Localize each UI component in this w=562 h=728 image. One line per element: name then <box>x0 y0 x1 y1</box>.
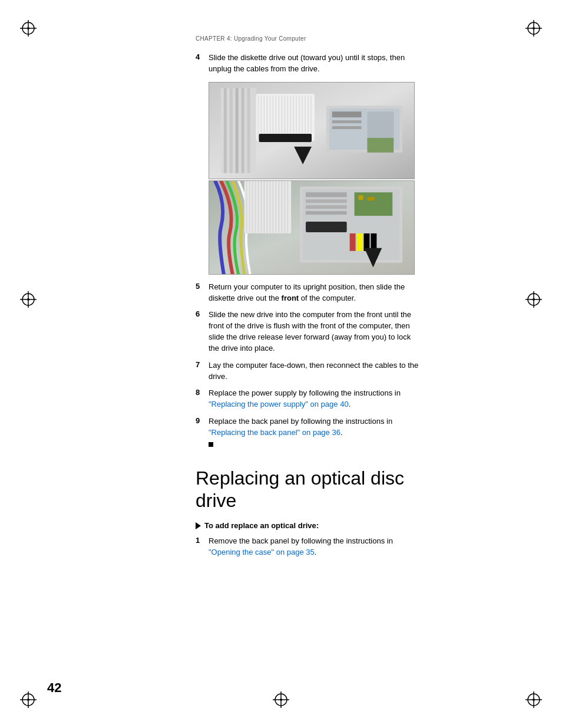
sub-step-1-text: Remove the back panel by following the i… <box>209 536 419 558</box>
step-4-image-top-svg <box>209 82 414 179</box>
svg-rect-38 <box>260 95 262 139</box>
step-4-number: 4 <box>196 52 209 61</box>
svg-rect-54 <box>308 95 309 139</box>
svg-rect-55 <box>310 95 312 139</box>
svg-rect-69 <box>252 180 253 233</box>
step-6: 6 Slide the new drive into the computer … <box>196 309 419 354</box>
step-4-image-bottom <box>209 180 415 275</box>
svg-rect-87 <box>306 211 347 215</box>
step-6-number: 6 <box>196 309 209 318</box>
svg-rect-80 <box>284 180 285 233</box>
step-5-number: 5 <box>196 282 209 291</box>
step-4-image-bottom-svg <box>209 180 414 275</box>
svg-rect-40 <box>266 95 267 139</box>
registration-mark-br <box>523 689 544 710</box>
procedure-header: To add replace an optical drive: <box>196 521 419 530</box>
svg-rect-93 <box>357 233 363 251</box>
svg-rect-90 <box>367 197 374 200</box>
svg-rect-86 <box>306 205 347 209</box>
svg-point-7 <box>533 27 535 29</box>
section-title: Replacing an optical disc drive <box>196 467 419 512</box>
svg-rect-41 <box>269 95 270 139</box>
svg-rect-51 <box>299 95 300 139</box>
svg-rect-49 <box>293 95 294 139</box>
step-7-text: Lay the computer face-down, then reconne… <box>209 360 419 383</box>
svg-point-11 <box>27 298 29 301</box>
svg-rect-53 <box>305 95 306 139</box>
svg-rect-59 <box>332 111 362 117</box>
svg-rect-79 <box>281 180 282 233</box>
step-9-link[interactable]: "Replacing the back panel" on page 36 <box>209 428 340 437</box>
step-8-text: Replace the power supply by following th… <box>209 388 419 410</box>
step-4-image-top <box>209 82 415 179</box>
step-8-number: 8 <box>196 388 209 397</box>
registration-mark-tl <box>18 18 39 39</box>
svg-rect-46 <box>284 95 285 139</box>
svg-point-23 <box>280 699 282 701</box>
step-7: 7 Lay the computer face-down, then recon… <box>196 360 419 383</box>
svg-rect-31 <box>224 88 227 173</box>
svg-rect-91 <box>306 222 347 232</box>
svg-point-15 <box>533 298 535 301</box>
svg-rect-72 <box>260 180 262 233</box>
svg-rect-37 <box>258 95 259 139</box>
svg-point-27 <box>533 699 535 701</box>
svg-rect-45 <box>281 95 282 139</box>
registration-mark-bc <box>270 689 292 710</box>
svg-rect-75 <box>269 180 270 233</box>
svg-rect-67 <box>246 180 247 233</box>
svg-rect-56 <box>259 134 312 142</box>
registration-mark-tr <box>523 18 544 39</box>
svg-rect-68 <box>249 180 250 233</box>
page-number: 42 <box>47 680 61 696</box>
step-9: 9 Replace the back panel by following th… <box>196 416 419 450</box>
svg-rect-35 <box>247 88 250 173</box>
sub-step-1-link[interactable]: "Opening the case" on page 35 <box>209 548 315 556</box>
step-8: 8 Replace the power supply by following … <box>196 388 419 410</box>
step-9-text: Replace the back panel by following the … <box>209 416 419 450</box>
step-6-text: Slide the new drive into the computer fr… <box>209 309 419 354</box>
svg-rect-63 <box>367 138 394 153</box>
svg-point-3 <box>27 27 29 29</box>
svg-rect-42 <box>272 95 273 139</box>
svg-rect-61 <box>332 126 362 129</box>
svg-rect-33 <box>236 88 239 173</box>
svg-rect-48 <box>290 95 291 139</box>
svg-rect-47 <box>287 95 288 139</box>
procedure-arrow-icon <box>196 522 201 529</box>
sub-step-1: 1 Remove the back panel by following the… <box>196 536 419 558</box>
svg-rect-73 <box>263 180 265 233</box>
step-7-number: 7 <box>196 360 209 369</box>
step-4-text: Slide the diskette drive out (toward you… <box>209 52 419 75</box>
svg-rect-77 <box>275 180 276 233</box>
procedure-label: To add replace an optical drive: <box>204 521 319 530</box>
svg-rect-89 <box>359 195 363 200</box>
svg-rect-78 <box>278 180 279 233</box>
registration-mark-bl <box>18 689 39 710</box>
svg-rect-76 <box>272 180 273 233</box>
svg-point-19 <box>27 699 29 701</box>
registration-mark-mr <box>523 289 544 310</box>
step-4-images <box>209 82 415 275</box>
page-content: CHAPTER 4: Upgrading Your Computer 4 Sli… <box>196 35 419 564</box>
svg-rect-84 <box>306 192 347 197</box>
svg-rect-44 <box>278 95 279 139</box>
step-8-link[interactable]: "Replacing the power supply" on page 40 <box>209 400 349 409</box>
svg-rect-81 <box>287 180 288 233</box>
svg-rect-39 <box>263 95 265 139</box>
sub-step-1-number: 1 <box>196 536 209 545</box>
step-4: 4 Slide the diskette drive out (toward y… <box>196 52 419 75</box>
svg-rect-52 <box>302 95 303 139</box>
svg-rect-60 <box>332 120 362 123</box>
step-5: 5 Return your computer to its upright po… <box>196 282 419 304</box>
svg-rect-85 <box>306 199 347 203</box>
svg-rect-92 <box>350 233 356 251</box>
chapter-header: CHAPTER 4: Upgrading Your Computer <box>196 35 419 42</box>
svg-rect-50 <box>296 95 297 139</box>
step-5-text: Return your computer to its upright posi… <box>209 282 419 304</box>
svg-rect-74 <box>266 180 267 233</box>
svg-rect-34 <box>242 88 244 173</box>
svg-rect-43 <box>275 95 276 139</box>
registration-mark-ml <box>18 289 39 310</box>
svg-rect-71 <box>258 180 259 233</box>
